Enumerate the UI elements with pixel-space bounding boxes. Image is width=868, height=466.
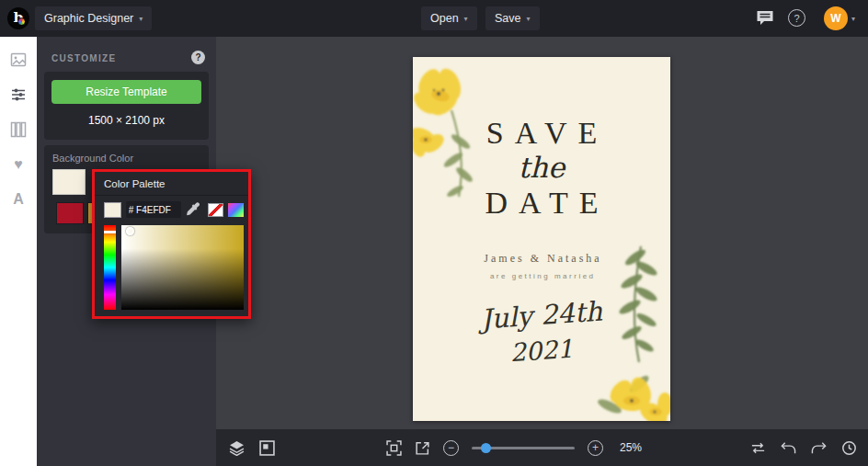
chevron-down-icon: ▾: [527, 15, 531, 23]
bottom-left-group: [229, 429, 275, 466]
color-picker-area: [104, 225, 244, 310]
color-picker-handle[interactable]: [126, 227, 134, 235]
minus-icon: −: [448, 441, 454, 454]
image-manager-tab[interactable]: [8, 50, 29, 70]
color-controls-row: [104, 200, 244, 219]
plus-icon: +: [592, 441, 599, 454]
hex-color-input[interactable]: [126, 201, 181, 218]
saturation-brightness-picker[interactable]: [121, 225, 244, 310]
redo-icon: [811, 440, 827, 456]
favorites-tab[interactable]: ♥: [8, 154, 29, 175]
resize-template-button[interactable]: Resize Template: [51, 80, 201, 104]
chevron-down-icon: ▾: [464, 15, 468, 23]
hue-slider-marker[interactable]: [104, 231, 116, 233]
undo-icon: [781, 440, 796, 456]
swap-arrows-icon: [750, 440, 766, 456]
color-palette-title: Color Palette: [95, 172, 248, 196]
question-glyph: ?: [195, 52, 200, 63]
chevron-down-icon: ▾: [139, 15, 143, 23]
layouts-tab[interactable]: [8, 119, 29, 140]
card-title-save[interactable]: SAVE: [413, 116, 670, 151]
canvas-dimensions: 1500 × 2100 px: [44, 114, 209, 127]
redo-button[interactable]: [811, 440, 827, 456]
top-toolbar: b Graphic Designer ▾ Open ▾ Save ▾ ? W ▾: [0, 0, 868, 37]
zoom-out-button[interactable]: −: [443, 440, 459, 456]
text-tab[interactable]: A: [8, 189, 29, 210]
tool-rail: ♥ A: [0, 37, 37, 466]
frame-icon: [259, 440, 275, 456]
open-button[interactable]: Open ▾: [421, 6, 477, 30]
current-color-swatch[interactable]: [104, 202, 121, 218]
zoom-controls: − + 25%: [386, 429, 642, 466]
background-swatch-red[interactable]: [56, 202, 84, 224]
hue-slider[interactable]: [104, 225, 116, 310]
open-in-new-icon: [415, 440, 430, 456]
fit-icon: [386, 440, 402, 456]
design-card[interactable]: SAVE the DATE James & Natasha are gettin…: [413, 57, 670, 421]
background-color-label: Background Color: [52, 153, 133, 164]
background-swatch-cream[interactable]: [52, 169, 86, 195]
befunky-logo[interactable]: b: [7, 7, 29, 29]
history-clock-icon: [841, 440, 857, 456]
no-color-icon[interactable]: [208, 203, 223, 217]
feedback-icon[interactable]: [756, 10, 774, 27]
resize-section: Resize Template 1500 × 2100 px: [44, 72, 209, 140]
panel-help-icon[interactable]: ?: [191, 51, 205, 64]
card-title-the[interactable]: the: [413, 151, 670, 184]
panel-title: CUSTOMIZE: [51, 53, 116, 63]
zoom-slider[interactable]: [472, 447, 575, 449]
layers-icon: [229, 440, 245, 456]
fullscreen-button[interactable]: [415, 440, 430, 456]
card-title-date[interactable]: DATE: [413, 186, 670, 221]
app-switcher-button[interactable]: Graphic Designer ▾: [35, 6, 152, 30]
layers-button[interactable]: [229, 440, 245, 456]
card-names[interactable]: James & Natasha: [413, 252, 670, 266]
app-switcher-label: Graphic Designer: [44, 12, 133, 25]
zoom-in-button[interactable]: +: [588, 440, 603, 456]
undo-button[interactable]: [781, 440, 796, 456]
history-controls: [750, 429, 857, 466]
zoom-level-label: 25%: [620, 441, 642, 454]
card-tagline[interactable]: are getting married: [413, 272, 670, 280]
reset-template-button[interactable]: [750, 440, 766, 456]
logo-color-wheel-icon: [17, 17, 26, 26]
fit-to-screen-button[interactable]: [386, 440, 402, 456]
account-menu[interactable]: W ▾: [824, 6, 855, 30]
open-label: Open: [430, 12, 459, 25]
eyedropper-icon[interactable]: [186, 202, 200, 217]
history-button[interactable]: [841, 440, 857, 456]
question-glyph: ?: [794, 13, 799, 24]
design-canvas[interactable]: SAVE the DATE James & Natasha are gettin…: [216, 37, 868, 429]
heart-icon: ♥: [14, 157, 23, 172]
save-button[interactable]: Save ▾: [485, 6, 540, 30]
custom-color-icon[interactable]: [228, 203, 244, 217]
save-label: Save: [495, 12, 521, 25]
zoom-slider-thumb[interactable]: [481, 443, 491, 453]
text-icon: A: [13, 192, 24, 207]
avatar: W: [824, 6, 848, 30]
canvas-settings-button[interactable]: [259, 440, 275, 456]
help-icon[interactable]: ?: [788, 9, 805, 27]
layouts-icon: [10, 121, 27, 138]
customize-tab[interactable]: [8, 85, 29, 105]
bottom-toolbar: − + 25%: [216, 429, 868, 466]
image-icon: [10, 51, 27, 68]
color-palette-popup: Color Palette: [92, 169, 251, 319]
chevron-down-icon: ▾: [851, 15, 855, 23]
adjustments-icon: [10, 86, 27, 103]
comment-bubble-icon: [756, 10, 774, 26]
